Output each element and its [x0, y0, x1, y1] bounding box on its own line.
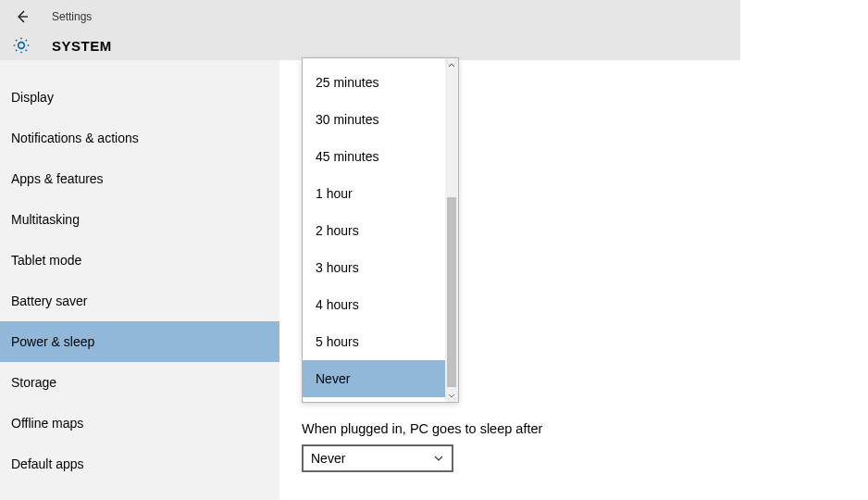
- dropdown-option-selected[interactable]: Never: [303, 360, 445, 397]
- dropdown-option[interactable]: 25 minutes: [303, 64, 445, 101]
- sidebar-item-multitasking[interactable]: Multitasking: [0, 199, 279, 240]
- sidebar-item-display[interactable]: Display: [0, 77, 279, 118]
- scroll-thumb[interactable]: [447, 197, 456, 387]
- dropdown-option[interactable]: 3 hours: [303, 249, 445, 286]
- header-bar: Settings SYSTEM: [0, 0, 740, 60]
- breadcrumb: Settings: [52, 10, 92, 23]
- sidebar-item-tablet[interactable]: Tablet mode: [0, 240, 279, 281]
- sidebar: Display Notifications & actions Apps & f…: [0, 60, 279, 500]
- sidebar-item-apps[interactable]: Apps & features: [0, 158, 279, 199]
- gear-icon: [11, 35, 31, 56]
- back-arrow-icon: [15, 9, 30, 24]
- dropdown-option[interactable]: 5 hours: [303, 323, 445, 360]
- chevron-down-icon: [433, 453, 444, 464]
- plugged-sleep-select[interactable]: Never: [302, 444, 453, 472]
- dropdown-scrollbar[interactable]: [445, 58, 458, 402]
- plugged-sleep-label: When plugged in, PC goes to sleep after: [302, 421, 542, 436]
- back-button[interactable]: [11, 6, 33, 28]
- header-main-row: SYSTEM: [11, 35, 740, 56]
- section-title: SYSTEM: [52, 38, 112, 54]
- dropdown-option[interactable]: 4 hours: [303, 286, 445, 323]
- scroll-up-icon[interactable]: [445, 58, 458, 71]
- sidebar-item-default-apps[interactable]: Default apps: [0, 444, 279, 484]
- sidebar-item-battery[interactable]: Battery saver: [0, 281, 279, 321]
- scroll-down-icon[interactable]: [445, 389, 458, 402]
- sidebar-item-storage[interactable]: Storage: [0, 362, 279, 403]
- sidebar-item-power-sleep[interactable]: Power & sleep: [0, 321, 279, 362]
- sidebar-item-offline-maps[interactable]: Offline maps: [0, 403, 279, 444]
- dropdown-option[interactable]: 1 hour: [303, 175, 445, 212]
- dropdown-list: 25 minutes 30 minutes 45 minutes 1 hour …: [303, 58, 445, 402]
- dropdown-option[interactable]: 2 hours: [303, 212, 445, 249]
- dropdown-option[interactable]: 45 minutes: [303, 138, 445, 175]
- plugged-sleep-value: Never: [311, 451, 345, 466]
- sidebar-item-notifications[interactable]: Notifications & actions: [0, 118, 279, 158]
- header-top-row: Settings: [11, 6, 740, 28]
- sleep-dropdown-open[interactable]: 25 minutes 30 minutes 45 minutes 1 hour …: [302, 57, 459, 403]
- dropdown-option[interactable]: 30 minutes: [303, 101, 445, 138]
